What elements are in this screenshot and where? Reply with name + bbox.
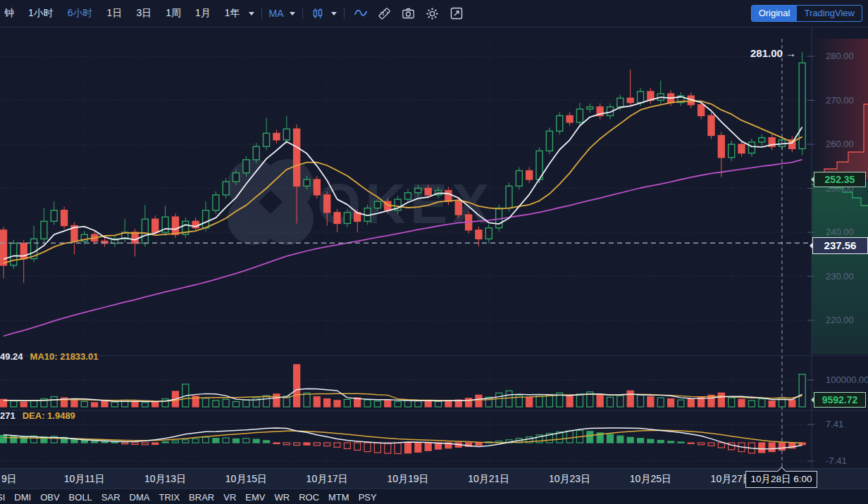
toolbar-divider [344,8,345,19]
indicator-tab-trix[interactable]: TRIX [159,492,180,503]
chart-toolbar: 钟1小时6小时1日3日1周1月1年 MA [0,0,868,27]
timeframe-group: 钟1小时6小时1日3日1周1月1年 [0,7,247,20]
indicator-tab-obv[interactable]: OBV [40,492,59,503]
timeframe-button[interactable]: 1年 [218,7,247,20]
indicator-tabs-bar: SIDMIOBVBOLLSARDMATRIXBRARVREMVWRROCMTMP… [0,489,868,504]
chart-style-dropdown[interactable] [310,6,337,21]
caret-down-icon[interactable] [249,12,254,15]
timeframe-button[interactable]: 1小时 [21,7,61,20]
timeframe-button[interactable]: 钟 [0,7,21,20]
indicator-tab-dmi[interactable]: DMI [14,492,31,503]
timeframe-button[interactable]: 1月 [188,7,218,20]
indicator-tab-dma[interactable]: DMA [130,492,150,503]
date-axis-tick: 10月15日 [225,473,267,486]
current-volume-tag: 9592.72 [814,392,866,408]
camera-icon[interactable] [401,6,416,21]
mode-original-button[interactable]: Original [752,6,798,21]
date-axis-bar[interactable]: 9日10月11日10月13日10月15日10月17日10月19日10月21日10… [0,468,868,489]
ma-dropdown[interactable]: MA [269,8,295,19]
macd-layer [1,428,806,454]
timeframe-button[interactable]: 3日 [129,7,159,20]
price-axis-tick: 280.00 [826,51,854,61]
mode-tradingview-button[interactable]: TradingView [797,6,862,21]
macd-axis-top-tick: 7.41 [826,420,843,429]
timeframe-button[interactable]: 1日 [100,7,130,20]
indicator-tab-brar[interactable]: BRAR [189,492,214,503]
indicator-tab-roc[interactable]: ROC [299,492,319,503]
volume-axis-tick: 100000.00 [826,375,868,385]
date-axis-tick: 10月13日 [144,473,186,486]
price-axis-tick: 220.00 [826,315,854,325]
date-axis-tick: 10月17日 [306,473,348,486]
fullscreen-icon[interactable] [449,6,464,21]
indicator-tab-mtm[interactable]: MTM [328,492,349,503]
gear-icon[interactable] [425,6,440,21]
crosshair-date-tooltip: 10月28日 6:00 [745,471,817,488]
date-axis-tick: 10月23日 [549,473,590,486]
high-price-annotation: 281.00 → [726,47,796,59]
chart-mode-toggle: Original TradingView [751,5,862,22]
date-axis-tick: 9日 [1,473,17,486]
volume-layer [1,365,806,407]
indicator-tab-si[interactable]: SI [0,492,5,503]
timeframe-button[interactable]: 6小时 [61,7,100,20]
volume-value-label: 49.24 [0,351,23,362]
date-axis-tick: 10月11日 [64,473,105,486]
indicator-tab-vr[interactable]: VR [223,492,236,503]
macd-axis-bottom-tick: -7.41 [826,456,847,466]
indicator-tab-psy[interactable]: PSY [359,492,377,503]
caret-down-icon [331,12,337,15]
trading-chart-window: OKEX 钟1小时6小时1日3日1周1月1年 MA [0,0,868,504]
indicator-tab-sar[interactable]: SAR [101,492,120,503]
indicator-tab-emv[interactable]: EMV [245,492,265,503]
macd-dea-label: DEA: 1.9489 [23,410,75,421]
ma-dropdown-label: MA [269,8,284,19]
macd-indicator-readout: 271DEA: 1.9489 [0,410,75,421]
price-axis-tick: 240.00 [826,227,854,237]
toolbar-icon-row [353,6,464,21]
caret-down-icon [290,12,295,15]
chart-canvas[interactable]: OKEX [0,0,868,504]
candlestick-style-icon [310,6,326,21]
price-axis-tick: 270.00 [826,96,854,106]
toolbar-divider [261,8,262,19]
toolbar-divider [302,8,303,19]
volume-indicator-readout: 49.24MA10: 21833.01 [0,351,98,362]
date-axis-tick: 10月19日 [387,473,428,486]
date-axis-tick: 10月25日 [630,473,671,486]
indicator-tab-wr[interactable]: WR [274,492,290,503]
ruler-icon[interactable] [377,6,392,21]
depth-mid-price-tag: 252.35 [814,172,866,187]
volume-ma10-label: MA10: 21833.01 [30,351,99,362]
price-axis-tick: 230.00 [826,272,854,282]
indicator-tab-boll[interactable]: BOLL [69,492,92,503]
timeframe-button[interactable]: 1周 [159,7,188,20]
macd-value-label: 271 [0,410,16,421]
date-axis-tick: 10月21日 [468,473,509,486]
last-price-tag: 237.56 [812,237,868,254]
okex-watermark: OKEX [228,159,494,245]
price-axis-tick: 260.00 [826,139,854,149]
line-style-icon[interactable] [353,6,368,21]
